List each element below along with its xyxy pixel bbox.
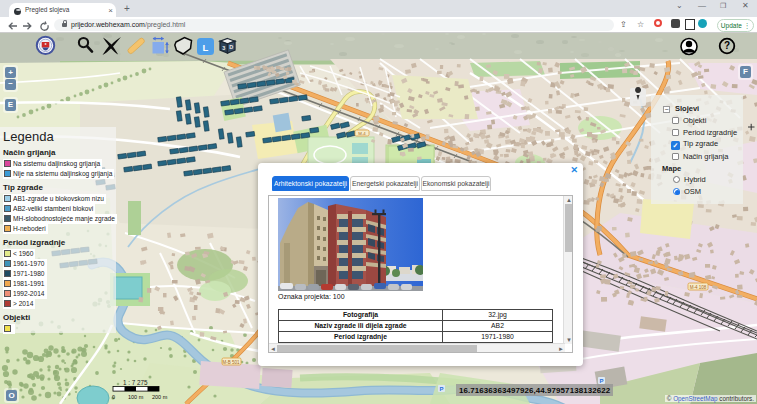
svg-text:L: L [203,42,209,53]
svg-text:P: P [439,386,443,392]
svg-text:200 m: 200 m [152,394,168,400]
svg-text:M-B 501: M-B 501 [222,360,240,365]
svg-text:?: ? [724,40,730,51]
svg-text:P: P [599,378,603,384]
svg-text:3: 3 [222,45,225,51]
svg-text:M-4: M-4 [358,131,366,136]
svg-text:100 m: 100 m [128,394,144,400]
svg-text:0: 0 [112,394,115,400]
svg-text:D: D [229,44,233,50]
svg-text:M-4 108: M-4 108 [690,285,707,290]
